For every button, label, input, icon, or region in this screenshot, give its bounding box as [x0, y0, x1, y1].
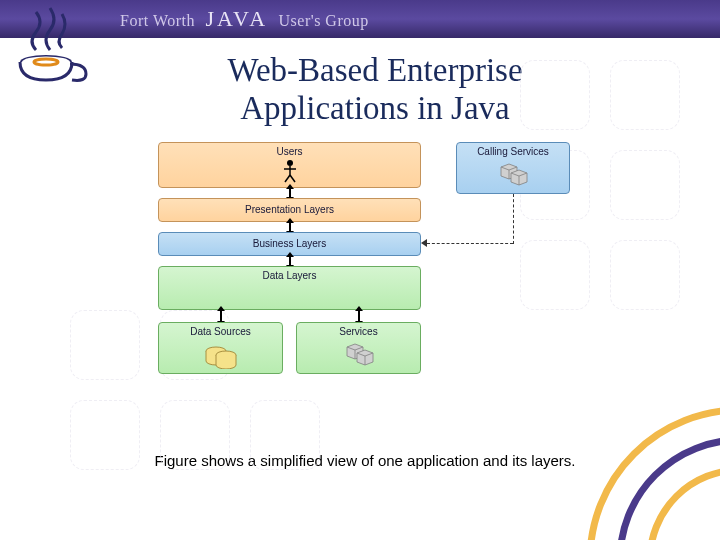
data-sources-box: Data Sources [158, 322, 283, 374]
arrow-data-datasources [220, 310, 222, 322]
dashed-horizontal [427, 243, 513, 244]
arrow-presentation-business [289, 222, 291, 232]
svg-point-12 [650, 470, 720, 540]
arrow-users-presentation [289, 188, 291, 198]
arrow-business-data [289, 256, 291, 266]
svg-line-6 [285, 175, 290, 182]
business-label: Business Layers [159, 233, 420, 249]
data-sources-label: Data Sources [159, 323, 282, 337]
dashed-vertical [513, 194, 514, 244]
calling-services-box: Calling Services [456, 142, 570, 194]
database-icon [204, 343, 238, 369]
users-layer-box: Users [158, 142, 421, 188]
arrow-data-services [358, 310, 360, 322]
data-layer-box: Data Layers [158, 266, 421, 310]
cubes-icon [495, 161, 531, 189]
header-bar: Fort Worth JAVA User's Group [0, 0, 720, 38]
services-label: Services [297, 323, 420, 337]
calling-services-label: Calling Services [457, 143, 569, 157]
svg-point-3 [287, 160, 293, 166]
architecture-diagram: Users Presentation Layers Business Layer… [158, 142, 574, 412]
dashed-arrowhead-icon [421, 239, 427, 247]
presentation-label: Presentation Layers [159, 199, 420, 215]
org-suffix: User's Group [279, 12, 369, 29]
users-label: Users [159, 143, 420, 157]
org-prefix: Fort Worth [120, 12, 195, 29]
org-name: Fort Worth JAVA User's Group [120, 6, 369, 32]
cubes-icon [341, 341, 377, 369]
user-icon [282, 159, 298, 183]
java-logo [6, 2, 94, 90]
services-box: Services [296, 322, 421, 374]
decorative-arcs [580, 400, 720, 540]
data-label: Data Layers [159, 267, 420, 281]
svg-line-7 [290, 175, 295, 182]
org-java: JAVA [205, 6, 268, 31]
